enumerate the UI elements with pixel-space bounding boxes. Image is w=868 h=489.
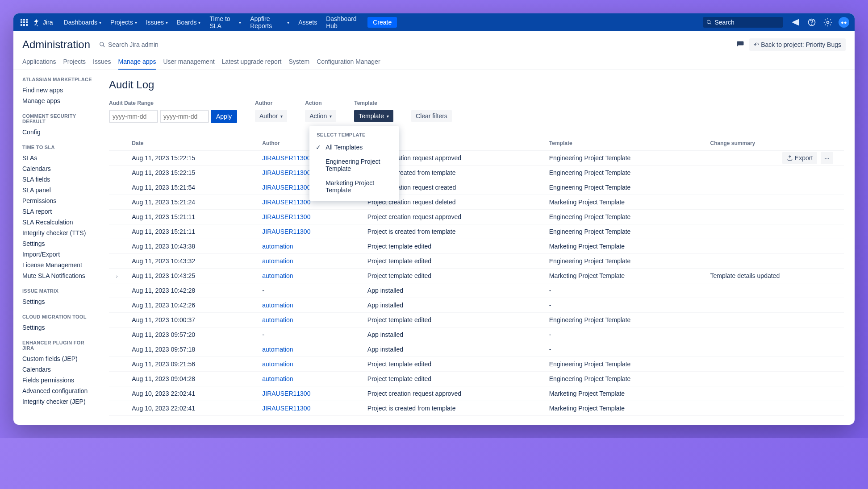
sidebar-item-import-export[interactable]: Import/Export [22,249,93,260]
table-row: Aug 11, 2023 09:57:20-App installed- [109,327,844,342]
sidebar-item-calendars[interactable]: Calendars [22,364,93,375]
cell-author: automation [255,313,360,327]
cell-summary [703,386,844,401]
clear-filters-button[interactable]: Clear filters [411,110,452,122]
help-icon[interactable] [806,17,817,28]
sidebar-item-calendars[interactable]: Calendars [22,163,93,174]
tab-issues[interactable]: Issues [93,54,111,70]
author-link[interactable]: JIRAUSER11300 [262,213,310,220]
author-link[interactable]: JIRAUSER11300 [262,405,310,412]
action-filter-dropdown[interactable]: Action▾ [305,110,336,122]
cell-summary [703,195,844,210]
nav-boards[interactable]: Boards▾ [173,17,204,28]
expand-row-icon[interactable]: › [116,274,117,279]
admin-title: Administration [22,38,90,51]
sidebar-item-sla-report[interactable]: SLA report [22,206,93,217]
tab-manage-apps[interactable]: Manage apps [118,54,156,70]
back-arrow-icon: ↶ [754,41,759,48]
svg-point-0 [707,20,710,23]
author-link[interactable]: automation [262,375,293,382]
cell-date: Aug 10, 2023 22:02:41 [125,386,255,401]
sidebar-item-integrity-checker-jep-[interactable]: Integrity checker (JEP) [22,396,93,407]
author-link[interactable]: automation [262,302,293,309]
table-row: ›Aug 11, 2023 10:43:25automationProject … [109,269,844,283]
global-search-input[interactable] [714,19,780,26]
date-from-input[interactable] [109,110,158,123]
date-to-input[interactable] [160,110,209,123]
template-option[interactable]: Engineering Project Template [309,154,399,176]
sidebar-item-settings[interactable]: Settings [22,238,93,249]
sidebar-item-sla-fields[interactable]: SLA fields [22,174,93,185]
notifications-icon[interactable] [790,17,801,28]
feedback-icon[interactable] [735,39,746,50]
cell-date: Aug 11, 2023 15:22:15 [125,150,255,166]
nav-issues[interactable]: Issues▾ [142,17,171,28]
nav-projects[interactable]: Projects▾ [107,17,141,28]
settings-icon[interactable] [822,17,833,28]
tab-latest-upgrade-report[interactable]: Latest upgrade report [222,54,282,70]
create-button[interactable]: Create [367,17,397,28]
template-option[interactable]: Marketing Project Template [309,176,399,197]
author-link[interactable]: automation [262,257,293,265]
sidebar-item-slas[interactable]: SLAs [22,153,93,163]
action-filter-label: Action [305,100,336,106]
app-switcher-icon[interactable] [19,17,29,28]
admin-search[interactable]: Search Jira admin [99,41,159,48]
sidebar-item-integrity-checker-tts-[interactable]: Integrity checker (TTS) [22,228,93,238]
author-link[interactable]: automation [262,346,293,353]
author-link[interactable]: automation [262,272,293,279]
apply-button[interactable]: Apply [211,110,237,123]
author-link[interactable]: automation [262,316,293,323]
tab-projects[interactable]: Projects [63,54,86,70]
tab-applications[interactable]: Applications [22,54,56,70]
tab-user-management[interactable]: User management [163,54,214,70]
author-link[interactable]: JIRAUSER11300 [262,169,310,176]
tab-configuration-manager[interactable]: Configuration Manager [317,54,380,70]
template-dropdown-menu: SELECT TEMPLATE All TemplatesEngineering… [309,126,399,201]
author-link[interactable]: JIRAUSER11300 [262,228,310,235]
chevron-down-icon: ▾ [99,20,101,25]
dropdown-section-title: SELECT TEMPLATE [309,129,399,140]
sidebar-item-mute-sla-notifications[interactable]: Mute SLA Notifications [22,270,93,281]
jira-logo[interactable]: Jira [33,18,53,26]
cell-action: Project template edited [360,239,542,254]
main-content: Audit Log Export ··· Audit Date Range Ap… [98,70,855,425]
sidebar-item-settings[interactable]: Settings [22,296,93,307]
sidebar-item-config[interactable]: Config [22,127,93,137]
svg-point-3 [812,24,812,25]
author-link[interactable]: JIRAUSER11300 [262,184,310,191]
sidebar-item-sla-panel[interactable]: SLA panel [22,185,93,195]
nav-dashboards[interactable]: Dashboards▾ [60,17,105,28]
author-link[interactable]: JIRAUSER11300 [262,390,310,397]
table-row: Aug 11, 2023 15:21:54JIRAUSER11300Projec… [109,180,844,195]
global-search[interactable] [703,17,783,28]
tab-system[interactable]: System [288,54,309,70]
nav-dashboard-hub[interactable]: Dashboard Hub [322,13,366,31]
sidebar-item-license-management[interactable]: License Management [22,260,93,270]
template-option[interactable]: All Templates [309,140,399,154]
cell-date: Aug 11, 2023 15:22:15 [125,166,255,180]
nav-assets[interactable]: Assets [295,17,321,28]
sidebar-item-sla-recalculation[interactable]: SLA Recalculation [22,217,93,228]
table-row: Aug 10, 2023 22:02:41JIRAUSER11300Projec… [109,401,844,416]
template-filter-dropdown[interactable]: Template▾ [354,110,393,122]
author-link[interactable]: automation [262,243,293,250]
table-row: Aug 10, 2023 22:02:41JIRAUSER11300Projec… [109,386,844,401]
nav-time-to-sla[interactable]: Time to SLA▾ [206,13,245,31]
sidebar-item-find-new-apps[interactable]: Find new apps [22,85,93,95]
sidebar-item-advanced-configuration[interactable]: Advanced configuration [22,385,93,396]
author-link[interactable]: JIRAUSER11300 [262,199,310,206]
author-link[interactable]: automation [262,361,293,368]
author-link[interactable]: JIRAUSER11300 [262,154,310,162]
sidebar-item-custom-fields-jep-[interactable]: Custom fields (JEP) [22,353,93,364]
author-filter-dropdown[interactable]: Author▾ [255,110,287,122]
nav-appfire-reports[interactable]: Appfire Reports▾ [246,13,293,31]
sidebar-item-manage-apps[interactable]: Manage apps [22,95,93,106]
sidebar-item-permissions[interactable]: Permissions [22,195,93,206]
back-to-project-button[interactable]: ↶ Back to project: Priority Bugs [749,38,846,51]
date-range-label: Audit Date Range [109,100,237,106]
cell-summary [703,313,844,327]
sidebar-item-fields-permissions[interactable]: Fields permissions [22,375,93,385]
sidebar-item-settings[interactable]: Settings [22,322,93,333]
user-avatar[interactable]: ●● [839,17,849,28]
